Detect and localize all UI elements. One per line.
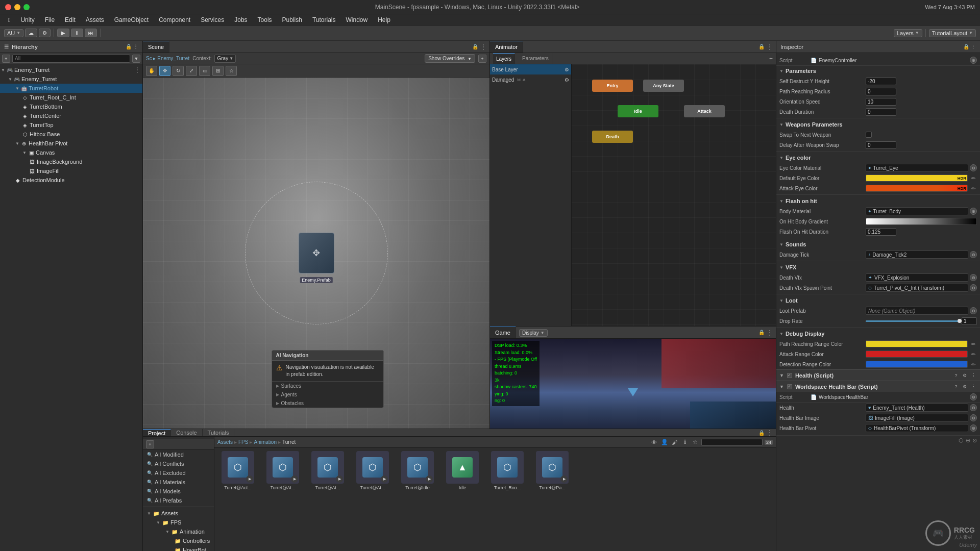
asset-turret-roo[interactable]: ⬡ Turret_Roo... [487, 451, 528, 490]
hand-tool[interactable]: ✋ [146, 66, 157, 76]
bc-fps[interactable]: FPS [238, 439, 248, 445]
menu-tools[interactable]: Tools [254, 15, 276, 24]
cloud-btn[interactable]: ☁ [25, 29, 37, 37]
menu-component[interactable]: Component [155, 15, 194, 24]
settings-btn[interactable]: ⚙ [39, 29, 51, 37]
filter-all-models[interactable]: 🔍 All Models [143, 487, 214, 496]
healthbar-pivot-target[interactable]: ⊙ [970, 424, 977, 432]
ai-nav-agents[interactable]: ▶ Agents [272, 390, 383, 399]
hierarchy-item-turretbottom[interactable]: ◈ TurretBottom [0, 102, 142, 111]
state-entry[interactable]: Entry [592, 80, 633, 92]
filter-all-modified[interactable]: 🔍 All Modified [143, 450, 214, 459]
tree-kebab[interactable]: ⋮ [134, 66, 140, 73]
menu-apple[interactable]:  [4, 15, 14, 24]
ai-nav-obstacles[interactable]: ▶ Obstacles [272, 399, 383, 408]
animator-base-layer[interactable]: Base Layer ⚙ [490, 64, 571, 74]
worldspace-checkbox[interactable]: ✓ [787, 384, 792, 389]
weapons-section-header[interactable]: ▼ Weapons Parameters [776, 119, 980, 130]
assets-search-input[interactable] [701, 439, 763, 446]
menu-window[interactable]: Window [342, 15, 372, 24]
asset-turret-at1[interactable]: ⬡ ▶ Turret@At... [262, 451, 303, 490]
bc-animation[interactable]: Animation [254, 439, 276, 445]
minimize-button[interactable] [14, 4, 20, 10]
healthbar-pivot-obj[interactable]: ◇ HealthBarPivot (Transform) [866, 424, 968, 432]
damage-tick-obj[interactable]: ♪ Damage_Tick2 [866, 251, 968, 259]
health-component-header[interactable]: ▼ ✓ Health (Script) ? ⚙ ⋮ [776, 369, 980, 381]
tree-animation[interactable]: ▼ 📁 Animation [143, 527, 214, 536]
health-obj[interactable]: ♥ Enemy_Turret (Health) [866, 404, 968, 412]
menu-assets[interactable]: Assets [82, 15, 108, 24]
flash-duration-input[interactable] [866, 228, 896, 236]
death-vfx-target[interactable]: ⊙ [970, 274, 977, 281]
ws-kebab-btn[interactable]: ⋮ [970, 383, 977, 390]
transform-tool[interactable]: ⊞ [212, 66, 224, 76]
body-material-target[interactable]: ⊙ [970, 208, 977, 215]
drop-rate-input[interactable] [962, 317, 977, 325]
default-eye-pencil[interactable]: ✏ [970, 174, 977, 182]
menu-unity[interactable]: Unity [16, 15, 38, 24]
path-range-swatch[interactable] [866, 340, 968, 347]
layout-dropdown[interactable]: TutorialLayout ▼ [929, 29, 976, 37]
attack-eye-pencil[interactable]: ✏ [970, 185, 977, 192]
animator-layers-tab[interactable]: Layers [493, 53, 515, 64]
worldspace-component-header[interactable]: ▼ ✓ Worldspace Health Bar (Script) ? ⚙ ⋮ [776, 381, 980, 392]
scene-panel-lock[interactable]: 🔒 [472, 44, 478, 49]
ai-nav-surfaces[interactable]: ▶ Surfaces [272, 382, 383, 390]
loot-prefab-target[interactable]: ⊙ [970, 307, 977, 314]
project-kebab[interactable]: ⋮ [767, 429, 773, 436]
hierarchy-item-hitboxbase[interactable]: ⬡ Hitbox Base [0, 130, 142, 139]
orientation-speed-input[interactable] [866, 98, 896, 106]
filter-all-excluded[interactable]: 🔍 All Excluded [143, 468, 214, 478]
tutorials-tab[interactable]: Tutorials [203, 429, 235, 436]
path-range-pencil[interactable]: ✏ [970, 340, 977, 347]
state-attack[interactable]: Attack [684, 105, 725, 117]
loot-none-ref[interactable]: None (Game Object) [866, 307, 968, 315]
animator-lock[interactable]: 🔒 [758, 44, 765, 49]
game-kebab[interactable]: ⋮ [767, 329, 773, 336]
gradient-swatch[interactable] [866, 218, 977, 225]
delay-swap-input[interactable] [866, 141, 896, 149]
hierarchy-filter-btn[interactable]: ▼ [132, 55, 140, 63]
console-tab[interactable]: Console [171, 429, 202, 436]
animator-params-tab[interactable]: Parameters [519, 53, 552, 64]
flash-section-header[interactable]: ▼ Flash on hit [776, 196, 980, 206]
hierarchy-item-turrrettop[interactable]: ◈ TurretTop [0, 120, 142, 130]
bottom-icon2[interactable]: ⊕ [966, 437, 970, 444]
bottom-icon3[interactable]: ⊙ [972, 437, 977, 444]
custom-tool[interactable]: ☆ [226, 66, 237, 76]
menu-edit[interactable]: Edit [61, 15, 80, 24]
damage-tick-target[interactable]: ⊙ [970, 251, 977, 258]
scale-tool[interactable]: ⤢ [186, 66, 197, 76]
animator-damaged-layer[interactable]: Damaged M A ⚙ [490, 74, 571, 85]
project-person-icon[interactable]: 👤 [660, 438, 669, 446]
move-tool[interactable]: ✥ [159, 66, 170, 76]
healthbar-image-obj[interactable]: 🖼 ImageFill (Image) [866, 414, 968, 422]
hierarchy-item-enemy-turret[interactable]: ▼ 🎮 Enemy_Turret [0, 74, 142, 84]
layers-dropdown[interactable]: Layers ▼ [894, 29, 922, 37]
menu-file[interactable]: File [41, 15, 59, 24]
project-brush-icon[interactable]: 🖌 [671, 438, 679, 446]
asset-turret-pa[interactable]: ⬡ ▶ Turret@Pa... [532, 451, 573, 490]
attack-range-swatch[interactable] [866, 350, 968, 358]
ws-info-btn[interactable]: ? [952, 383, 960, 390]
menu-help[interactable]: Help [374, 15, 395, 24]
project-info-icon[interactable]: ℹ [681, 438, 689, 446]
scene-view[interactable]: ✥ Enemy.Prefab AI Navigation ⚠ Navigatio… [143, 78, 489, 429]
drop-rate-slider[interactable] [866, 320, 960, 322]
asset-turret-at2[interactable]: ⬡ ▶ Turret@At... [307, 451, 348, 490]
pause-button[interactable]: ⏸ [71, 29, 83, 37]
attack-range-pencil[interactable]: ✏ [970, 350, 977, 358]
death-spawn-target[interactable]: ⊙ [970, 284, 977, 291]
tree-assets[interactable]: ▼ 📁 Assets [143, 509, 214, 518]
vfx-section-header[interactable]: ▼ VFX [776, 262, 980, 272]
ws-settings-btn[interactable]: ⚙ [961, 383, 968, 390]
menu-services[interactable]: Services [197, 15, 228, 24]
context-dropdown[interactable]: Gray ▼ [214, 55, 236, 63]
state-death[interactable]: Death [592, 131, 633, 143]
swap-weapon-checkbox[interactable] [866, 132, 872, 138]
inspector-kebab-icon[interactable]: ⋮ [971, 44, 976, 49]
game-lock[interactable]: 🔒 [758, 330, 765, 335]
script-target-btn[interactable]: ⊙ [970, 57, 977, 64]
filter-all-prefabs[interactable]: 🔍 All Prefabs [143, 496, 214, 505]
project-lock[interactable]: 🔒 [758, 430, 765, 436]
